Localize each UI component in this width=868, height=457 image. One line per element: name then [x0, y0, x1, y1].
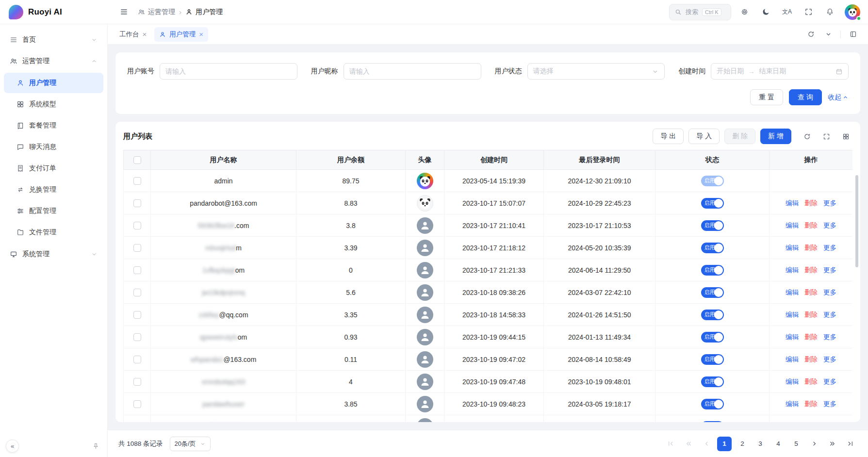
breadcrumb-operations[interactable]: 运营管理: [138, 8, 175, 16]
delete-link[interactable]: 删除: [804, 311, 818, 318]
sidebar-item-system-model[interactable]: 系统模型: [4, 94, 103, 114]
language-button[interactable]: 文A: [779, 4, 795, 20]
more-link[interactable]: 更多: [823, 222, 836, 229]
sidebar-item-payment-orders[interactable]: 支付订单: [4, 158, 103, 179]
close-icon[interactable]: ×: [143, 31, 147, 38]
delete-link[interactable]: 删除: [804, 266, 818, 274]
export-button[interactable]: 导 出: [653, 129, 684, 144]
status-toggle[interactable]: 启用: [701, 310, 724, 320]
fast-next-button[interactable]: [825, 437, 839, 451]
sidebar-group-home[interactable]: 首页: [4, 29, 103, 50]
row-checkbox[interactable]: [133, 333, 141, 341]
sidebar-item-file-management[interactable]: 文件管理: [4, 222, 103, 243]
menu-toggle-button[interactable]: [115, 4, 132, 20]
sidebar-group-operations[interactable]: 运营管理: [4, 50, 103, 72]
close-icon[interactable]: ×: [199, 31, 203, 38]
sidebar-item-user-management[interactable]: 用户管理: [4, 73, 103, 93]
row-checkbox[interactable]: [133, 244, 141, 252]
reset-button[interactable]: 重 置: [750, 89, 783, 105]
delete-button[interactable]: 删 除: [724, 129, 755, 144]
edit-link[interactable]: 编辑: [786, 311, 799, 318]
first-page-button[interactable]: [663, 437, 678, 451]
delete-link[interactable]: 删除: [804, 199, 818, 207]
sidebar-item-config-management[interactable]: 配置管理: [4, 201, 103, 221]
status-select[interactable]: 请选择: [527, 63, 665, 80]
delete-link[interactable]: 删除: [804, 356, 818, 363]
fullscreen-button[interactable]: [800, 4, 817, 20]
refresh-list-button[interactable]: [800, 130, 814, 143]
content-fullscreen-button[interactable]: [845, 26, 861, 43]
status-toggle[interactable]: 启用: [701, 421, 724, 423]
sidebar-item-chat-messages[interactable]: 聊天消息: [4, 137, 103, 157]
tab-workbench[interactable]: 工作台 ×: [115, 27, 151, 42]
notifications-button[interactable]: [821, 4, 838, 20]
more-link[interactable]: 更多: [823, 378, 836, 385]
page-button-5[interactable]: 5: [789, 437, 803, 451]
user-avatar-menu[interactable]: [845, 4, 860, 20]
edit-link[interactable]: 编辑: [786, 378, 799, 385]
row-checkbox[interactable]: [133, 289, 141, 296]
row-checkbox[interactable]: [133, 400, 141, 408]
nickname-input[interactable]: [344, 63, 481, 80]
more-link[interactable]: 更多: [823, 356, 836, 363]
page-button-4[interactable]: 4: [771, 437, 786, 451]
sidebar-collapse-button[interactable]: «: [6, 440, 19, 453]
row-checkbox[interactable]: [133, 222, 141, 229]
row-checkbox[interactable]: [133, 199, 141, 207]
prev-page-button[interactable]: [699, 437, 714, 451]
status-toggle[interactable]: 启用: [701, 376, 724, 387]
more-link[interactable]: 更多: [823, 244, 836, 251]
collapse-filter-link[interactable]: 收起: [828, 93, 849, 102]
status-toggle[interactable]: 启用: [701, 399, 724, 409]
delete-link[interactable]: 删除: [804, 289, 818, 296]
theme-toggle-button[interactable]: [757, 4, 774, 20]
import-button[interactable]: 导 入: [688, 129, 720, 144]
page-button-1[interactable]: 1: [717, 437, 732, 451]
delete-link[interactable]: 删除: [804, 244, 818, 251]
edit-link[interactable]: 编辑: [786, 222, 799, 229]
search-button[interactable]: 查 询: [789, 89, 822, 105]
sidebar-group-system-management[interactable]: 系统管理: [4, 244, 103, 265]
table-scrollbar[interactable]: [855, 175, 858, 267]
global-search[interactable]: 搜索 Ctrl K: [669, 4, 731, 20]
row-checkbox[interactable]: [133, 378, 141, 386]
status-toggle[interactable]: 启用: [701, 332, 724, 343]
page-button-3[interactable]: 3: [753, 437, 768, 451]
status-toggle[interactable]: 启用: [701, 220, 724, 231]
edit-link[interactable]: 编辑: [786, 333, 799, 341]
delete-link[interactable]: 删除: [804, 222, 818, 229]
add-button[interactable]: 新 增: [760, 129, 791, 144]
sidebar-item-redeem-management[interactable]: 兑换管理: [4, 180, 103, 200]
status-toggle[interactable]: 启用: [701, 354, 724, 365]
refresh-tab-button[interactable]: [802, 26, 819, 43]
column-settings-button[interactable]: [839, 130, 852, 143]
more-link[interactable]: 更多: [823, 289, 836, 296]
delete-link[interactable]: 删除: [804, 333, 818, 341]
page-button-2[interactable]: 2: [735, 437, 750, 451]
settings-button[interactable]: [736, 4, 753, 20]
status-toggle[interactable]: 启用: [701, 265, 724, 276]
app-logo[interactable]: Ruoyi AI: [0, 0, 108, 24]
row-checkbox[interactable]: [133, 311, 141, 319]
status-toggle[interactable]: 启用: [701, 176, 724, 186]
more-link[interactable]: 更多: [823, 199, 836, 207]
row-checkbox[interactable]: [133, 356, 141, 363]
status-toggle[interactable]: 启用: [701, 198, 724, 209]
more-link[interactable]: 更多: [823, 266, 836, 274]
account-input[interactable]: [160, 63, 297, 80]
select-all-checkbox[interactable]: [133, 156, 141, 164]
fast-prev-button[interactable]: [681, 437, 696, 451]
page-size-select[interactable]: 20条/页: [170, 437, 211, 451]
status-toggle[interactable]: 启用: [701, 287, 724, 298]
edit-link[interactable]: 编辑: [786, 244, 799, 251]
status-toggle[interactable]: 启用: [701, 243, 724, 253]
more-link[interactable]: 更多: [823, 311, 836, 318]
edit-link[interactable]: 编辑: [786, 356, 799, 363]
edit-link[interactable]: 编辑: [786, 400, 799, 408]
row-checkbox[interactable]: [133, 266, 141, 274]
pin-sidebar-button[interactable]: [90, 440, 101, 452]
tab-options-button[interactable]: [820, 26, 836, 43]
table-fullscreen-button[interactable]: [819, 130, 833, 143]
delete-link[interactable]: 删除: [804, 400, 818, 408]
sidebar-item-package-management[interactable]: 套餐管理: [4, 115, 103, 136]
